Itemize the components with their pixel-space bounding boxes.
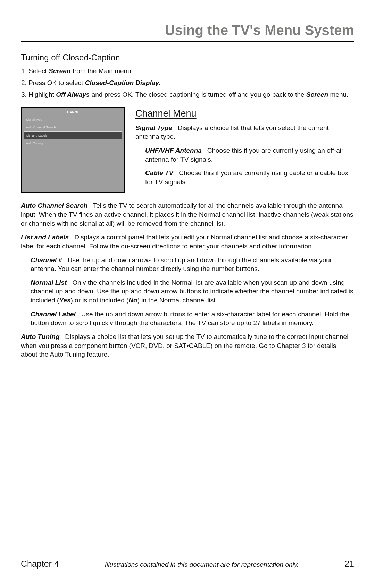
desc-normal-list-c: ) in the Normal channel list.: [138, 297, 217, 304]
desc-list-labels: Displays a control panel that lets you e…: [21, 233, 348, 250]
term-channel-num: Channel #: [31, 256, 62, 264]
step-3-text-b: and press OK. The closed captioning is t…: [90, 91, 306, 98]
step-1: Select Screen from the Main menu.: [28, 67, 354, 76]
step-3: Highlight Off Always and press OK. The c…: [28, 90, 354, 99]
term-cable: Cable TV: [145, 169, 173, 177]
term-no: No: [128, 297, 137, 304]
menu-item: Auto Tuning: [24, 139, 122, 147]
steps-list: Select Screen from the Main menu. Press …: [28, 67, 354, 99]
term-uhf: UHF/VHF Antenna: [145, 147, 202, 154]
menu-header: CHANNEL: [24, 110, 122, 115]
desc-normal-list-b: ) or is not included (: [71, 297, 129, 304]
step-1-text-b: from the Main menu.: [70, 67, 133, 75]
section-heading-closed-caption: Turning off Closed-Caption: [21, 52, 354, 63]
term-auto-tuning: Auto Tuning: [21, 333, 60, 340]
desc-channel-num: Use the up and down arrows to scroll up …: [31, 256, 332, 273]
menu-item: Auto Channel Search: [24, 123, 122, 131]
footer-page-number: 21: [344, 558, 354, 570]
term-channel-label: Channel Label: [31, 310, 76, 318]
section-heading-channel-menu: Channel Menu: [135, 107, 354, 120]
step-3-em-a: Off Always: [56, 91, 90, 98]
desc-channel-label: Use the up and down arrow buttons to ent…: [31, 310, 349, 327]
desc-auto-tuning: Displays a choice list that lets you set…: [21, 333, 348, 358]
menu-item-selected: List and Labels: [24, 131, 122, 139]
step-2: Press OK to select Closed-Caption Displa…: [28, 78, 354, 87]
step-2-text-a: Press OK to select: [28, 79, 85, 86]
term-auto-search: Auto Channel Search: [21, 202, 88, 209]
step-3-text-c: menu.: [328, 91, 348, 98]
step-2-em: Closed-Caption Display.: [85, 79, 161, 86]
term-yes: Yes: [59, 297, 70, 304]
term-normal-list: Normal List: [31, 279, 67, 286]
menu-screenshot: CHANNEL Signal Type Auto Channel Search …: [21, 107, 125, 193]
step-3-em-b: Screen: [306, 91, 328, 98]
step-1-text-a: Select: [28, 67, 49, 75]
menu-item: Signal Type: [24, 116, 122, 123]
footer-note: Illustrations contained in this document…: [105, 560, 299, 569]
footer-chapter: Chapter 4: [21, 558, 59, 570]
step-1-em: Screen: [49, 67, 70, 75]
term-list-labels: List and Labels: [21, 233, 69, 241]
chapter-title: Using the TV's Menu System: [21, 21, 354, 42]
footer-divider: [21, 556, 354, 556]
term-signal-type: Signal Type: [135, 124, 172, 131]
desc-cable: Choose this if you are currently using c…: [145, 169, 348, 186]
step-3-text-a: Highlight: [28, 91, 56, 98]
